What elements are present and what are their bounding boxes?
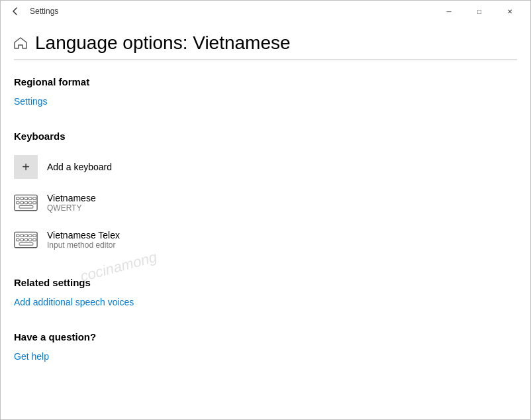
svg-rect-8 — [24, 201, 28, 204]
svg-rect-7 — [21, 201, 24, 204]
svg-rect-22 — [33, 238, 36, 241]
home-icon[interactable] — [14, 36, 27, 50]
regional-settings-link[interactable]: Settings — [14, 96, 48, 107]
window-controls: ─ □ ✕ — [434, 1, 525, 22]
add-keyboard-label: Add a keyboard — [47, 162, 112, 172]
vietnamese-telex-info: Vietnamese Telex Input method editor — [47, 230, 120, 250]
main-content: Language options: Vietnamese Regional fo… — [1, 22, 530, 419]
add-speech-voices-link[interactable]: Add additional speech voices — [14, 297, 134, 307]
keyboard-type: Input method editor — [47, 240, 120, 250]
keyboard-name: Vietnamese — [47, 193, 96, 203]
svg-rect-2 — [21, 197, 24, 200]
svg-rect-14 — [21, 235, 24, 237]
svg-rect-4 — [29, 197, 32, 200]
get-help-link[interactable]: Get help — [14, 351, 49, 362]
have-a-question-section: Have a question? Get help — [14, 331, 517, 367]
related-settings-title: Related settings — [14, 277, 517, 288]
window-title: Settings — [30, 7, 58, 16]
svg-rect-5 — [33, 197, 36, 200]
have-a-question-title: Have a question? — [14, 331, 517, 342]
title-bar-left: Settings — [6, 2, 58, 21]
svg-rect-15 — [24, 235, 28, 237]
page-title: Language options: Vietnamese — [35, 32, 291, 54]
svg-rect-11 — [19, 206, 33, 209]
keyboard-name: Vietnamese Telex — [47, 230, 120, 240]
list-item: Vietnamese QWERTY — [14, 184, 517, 221]
page-header: Language options: Vietnamese — [14, 22, 517, 60]
svg-rect-19 — [21, 238, 24, 241]
svg-rect-20 — [24, 238, 28, 241]
regional-format-section: Regional format Settings — [14, 76, 517, 112]
keyboards-title: Keyboards — [14, 131, 517, 142]
plus-icon: + — [14, 155, 38, 179]
svg-rect-10 — [33, 201, 36, 204]
minimize-button[interactable]: ─ — [434, 1, 464, 22]
keyboard-type: QWERTY — [47, 203, 96, 213]
svg-rect-9 — [29, 201, 32, 204]
keyboards-section: Keyboards + Add a keyboard — [14, 131, 517, 258]
list-item: Vietnamese Telex Input method editor — [14, 221, 517, 258]
svg-rect-3 — [24, 197, 28, 200]
maximize-button[interactable]: □ — [464, 1, 495, 22]
regional-format-title: Regional format — [14, 76, 517, 87]
svg-rect-23 — [19, 243, 33, 246]
svg-rect-16 — [29, 235, 32, 237]
vietnamese-qwerty-info: Vietnamese QWERTY — [47, 193, 96, 213]
svg-rect-18 — [17, 238, 20, 241]
keyboard-icon — [14, 228, 38, 252]
keyboard-icon — [14, 191, 38, 215]
title-bar: Settings ─ □ ✕ — [1, 1, 530, 22]
related-settings-section: Related settings Add additional speech v… — [14, 277, 517, 313]
settings-window: Settings ─ □ ✕ Language options: Vietnam… — [0, 0, 531, 420]
add-keyboard-button[interactable]: + Add a keyboard — [14, 150, 517, 184]
svg-rect-21 — [29, 238, 32, 241]
svg-rect-6 — [17, 201, 20, 204]
svg-rect-17 — [33, 235, 36, 237]
back-button[interactable] — [6, 2, 24, 21]
close-button[interactable]: ✕ — [495, 1, 525, 22]
svg-rect-13 — [17, 235, 20, 237]
svg-rect-1 — [17, 197, 20, 200]
